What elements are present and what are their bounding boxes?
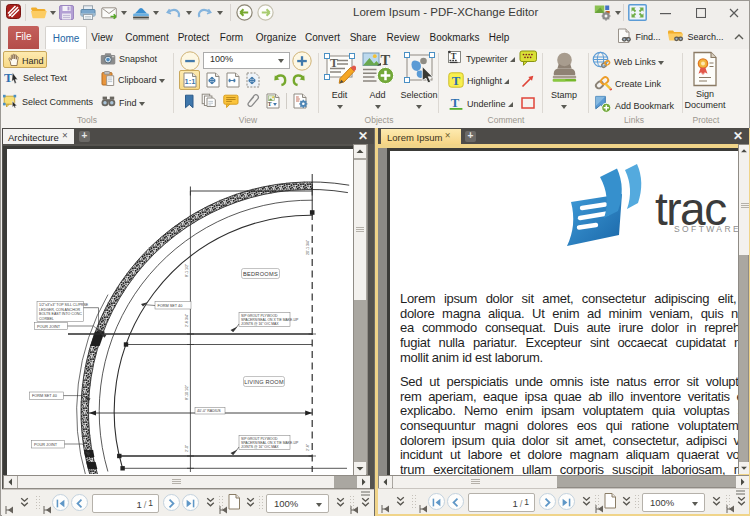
svg-text:2'-6 3/4": 2'-6 3/4" bbox=[185, 313, 189, 327]
svg-text:8'-10 1/2": 8'-10 1/2" bbox=[185, 384, 189, 400]
svg-text:1/2"x3"x3" TOP SILL CL/PRSE: 1/2"x3"x3" TOP SILL CL/PRSE bbox=[39, 303, 89, 307]
svg-text:BEDROOMS: BEDROOMS bbox=[243, 271, 278, 277]
svg-text:40'-0" RADIUS: 40'-0" RADIUS bbox=[197, 409, 221, 413]
svg-text:BOLTS EAST INTO CONC: BOLTS EAST INTO CONC bbox=[39, 312, 82, 316]
svg-text:POUR JOINT: POUR JOINT bbox=[34, 443, 58, 447]
svg-text:JOINTS @ 16" O/C MAX: JOINTS @ 16" O/C MAX bbox=[241, 322, 279, 326]
svg-text:8'-1 1/2": 8'-1 1/2" bbox=[185, 263, 189, 277]
svg-text:T: T bbox=[451, 51, 457, 61]
svg-text:FORM SET 40: FORM SET 40 bbox=[158, 304, 183, 308]
svg-text:LEDGER, CON ANCHOR: LEDGER, CON ANCHOR bbox=[39, 308, 81, 312]
svg-text:2'-0": 2'-0" bbox=[185, 444, 189, 452]
svg-text:1:1: 1:1 bbox=[185, 77, 196, 86]
svg-text:2'-6": 2'-6" bbox=[306, 443, 310, 451]
svg-text:POUR JOINT: POUR JOINT bbox=[37, 325, 61, 329]
svg-text:FORM SET 40: FORM SET 40 bbox=[32, 394, 57, 398]
svg-text:20'-1 3/4": 20'-1 3/4" bbox=[306, 239, 310, 255]
svg-text:SOFTWARE P: SOFTWARE P bbox=[674, 224, 738, 234]
svg-text:T: T bbox=[268, 101, 272, 107]
svg-text:CORBEL: CORBEL bbox=[39, 317, 54, 321]
svg-text:T: T bbox=[451, 96, 460, 110]
svg-text:T: T bbox=[452, 74, 461, 88]
svg-text:T: T bbox=[381, 52, 391, 68]
svg-text:JOINTS @ 16" O/C MAX: JOINTS @ 16" O/C MAX bbox=[241, 445, 279, 449]
svg-text:LIVING ROOM: LIVING ROOM bbox=[244, 379, 284, 385]
